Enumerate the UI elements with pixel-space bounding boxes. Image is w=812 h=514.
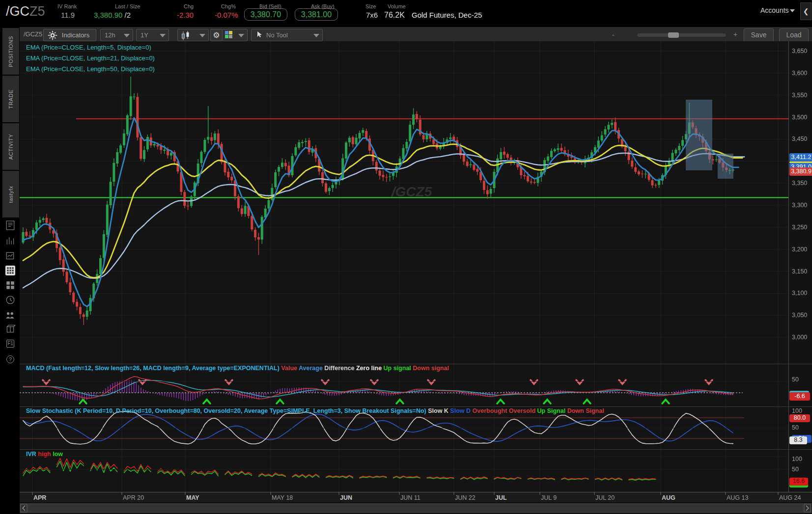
svg-text:100: 100 [792, 407, 802, 414]
svg-text:APR: APR [33, 494, 46, 501]
svg-text:3,450: 3,450 [792, 135, 807, 142]
svg-text:JUL 9: JUL 9 [541, 494, 557, 501]
svg-text:-6.6: -6.6 [794, 393, 805, 400]
svg-text:16.6: 16.6 [793, 478, 805, 485]
svg-text:3,150: 3,150 [792, 268, 807, 275]
svg-text:EMA (Price=CLOSE, Length=50, D: EMA (Price=CLOSE, Length=50, Displace=0) [26, 65, 155, 73]
svg-text:50: 50 [792, 466, 799, 473]
svg-text:3,350: 3,350 [792, 180, 807, 187]
svg-text:100: 100 [792, 456, 802, 462]
svg-text:Slow Stochastic (K Period=10,: Slow Stochastic (K Period=10, D Period=1… [26, 407, 604, 414]
svg-text:JUN 22: JUN 22 [455, 494, 476, 501]
svg-text:MAY 18: MAY 18 [272, 494, 293, 501]
svg-text:JUL 20: JUL 20 [595, 494, 615, 501]
svg-text:3,500: 3,500 [792, 114, 807, 121]
svg-text:3,411.2: 3,411.2 [791, 154, 812, 161]
svg-text:3,550: 3,550 [792, 92, 807, 99]
svg-text:3,300: 3,300 [792, 202, 807, 209]
svg-text:AUG: AUG [662, 494, 675, 501]
svg-text:3,600: 3,600 [792, 70, 807, 77]
svg-text:3,380.9: 3,380.9 [791, 168, 812, 175]
svg-text:80.0: 80.0 [794, 414, 806, 421]
svg-text:AUG 24: AUG 24 [779, 494, 801, 501]
svg-text:50: 50 [792, 376, 799, 383]
svg-text:3,200: 3,200 [792, 246, 807, 253]
svg-text:MAY: MAY [186, 494, 199, 501]
svg-text:50: 50 [792, 424, 799, 431]
svg-text:3,000: 3,000 [792, 334, 807, 341]
svg-text:3,050: 3,050 [792, 312, 807, 319]
svg-text:EMA (Price=CLOSE, Length=21, D: EMA (Price=CLOSE, Length=21, Displace=0) [26, 54, 155, 62]
svg-text:JUN 11: JUN 11 [400, 494, 420, 501]
svg-text:EMA (Price=CLOSE, Length=5, Di: EMA (Price=CLOSE, Length=5, Displace=0) [26, 44, 151, 51]
svg-text:JUN: JUN [340, 494, 352, 501]
svg-text:/GCZ5: /GCZ5 [391, 184, 432, 199]
svg-text:JUL: JUL [495, 494, 507, 501]
svg-text:3,250: 3,250 [792, 224, 807, 231]
svg-text:3,100: 3,100 [792, 290, 807, 297]
svg-text:8.3: 8.3 [794, 436, 802, 443]
svg-text:APR 20: APR 20 [123, 494, 144, 501]
svg-text:MACD (Fast length=12, Slow len: MACD (Fast length=12, Slow length=26, MA… [26, 365, 449, 372]
svg-text:AUG 13: AUG 13 [727, 494, 749, 501]
svg-text:3,650: 3,650 [792, 48, 807, 54]
